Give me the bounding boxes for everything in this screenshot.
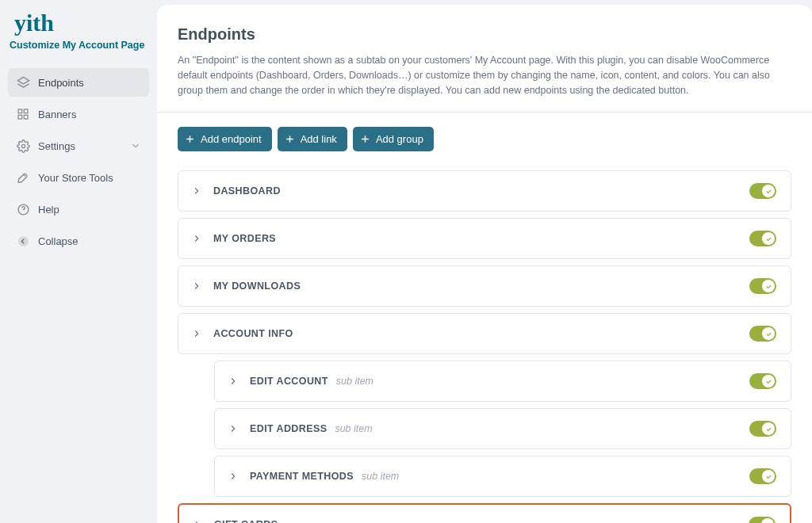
check-icon xyxy=(762,470,775,483)
toggle-switch[interactable] xyxy=(749,278,776,294)
toggle-switch[interactable] xyxy=(749,517,776,523)
endpoint-label: DASHBOARD xyxy=(213,185,281,197)
svg-rect-4 xyxy=(24,115,28,119)
toggle-switch[interactable] xyxy=(749,373,776,389)
page-description: An "Endpoint" is the content shown as a … xyxy=(178,53,791,97)
endpoint-label: EDIT ACCOUNT xyxy=(250,376,328,387)
endpoint-list: DASHBOARD MY ORDERS MY DOWNLOADS ACCOUNT… xyxy=(178,170,791,523)
chevron-right-icon[interactable] xyxy=(188,325,205,342)
chevron-right-icon[interactable] xyxy=(224,420,242,437)
action-row: Add endpoint Add link Add group xyxy=(178,127,791,151)
endpoint-row-sub[interactable]: EDIT ADDRESS sub item xyxy=(214,408,791,449)
add-group-button[interactable]: Add group xyxy=(353,127,434,151)
check-icon xyxy=(762,280,775,292)
check-icon xyxy=(761,518,774,523)
chevron-right-icon[interactable] xyxy=(188,230,205,247)
endpoint-label: ACCOUNT INFO xyxy=(213,328,293,339)
endpoint-row[interactable]: DASHBOARD xyxy=(178,170,791,212)
svg-point-8 xyxy=(18,236,29,246)
sidebar-item-label: Your Store Tools xyxy=(38,172,141,184)
button-label: Add link xyxy=(301,133,337,145)
subitem-tag: sub item xyxy=(335,423,372,434)
collapse-icon xyxy=(16,234,30,248)
add-link-button[interactable]: Add link xyxy=(278,127,347,151)
svg-rect-3 xyxy=(18,115,22,119)
check-icon xyxy=(762,185,775,197)
plus-icon xyxy=(185,134,195,144)
svg-marker-0 xyxy=(17,77,29,84)
layers-icon xyxy=(16,75,30,90)
svg-rect-1 xyxy=(18,109,22,113)
chevron-right-icon[interactable] xyxy=(188,277,205,295)
endpoint-row-sub[interactable]: PAYMENT METHODS sub item xyxy=(214,456,791,497)
endpoint-label: PAYMENT METHODS xyxy=(250,471,354,482)
chevron-right-icon[interactable] xyxy=(224,372,242,390)
sidebar-item-help[interactable]: Help xyxy=(8,195,149,223)
toggle-switch[interactable] xyxy=(749,421,776,437)
sidebar-item-label: Endpoints xyxy=(38,77,141,89)
subitem-tag: sub item xyxy=(336,376,373,387)
endpoint-label: MY ORDERS xyxy=(213,233,276,244)
check-icon xyxy=(762,422,775,435)
endpoint-row[interactable]: MY DOWNLOADS xyxy=(178,265,791,307)
sidebar-item-label: Banners xyxy=(38,109,141,120)
subitem-tag: sub item xyxy=(362,471,399,482)
toggle-switch[interactable] xyxy=(749,183,776,199)
check-icon xyxy=(762,232,775,245)
main-panel: Endpoints An "Endpoint" is the content s… xyxy=(157,5,812,523)
sidebar-item-label: Collapse xyxy=(38,235,141,247)
toggle-switch[interactable] xyxy=(749,468,776,484)
button-label: Add endpoint xyxy=(201,133,262,145)
sidebar-item-endpoints[interactable]: Endpoints xyxy=(8,68,149,97)
endpoint-row-sub[interactable]: EDIT ACCOUNT sub item xyxy=(214,361,791,402)
check-icon xyxy=(762,375,775,387)
page-title: Endpoints xyxy=(178,25,791,44)
chevron-right-icon[interactable] xyxy=(188,182,205,200)
svg-point-5 xyxy=(21,144,25,147)
toggle-switch[interactable] xyxy=(749,326,776,342)
sidebar-nav: Endpoints Banners Settings xyxy=(8,68,149,255)
gear-icon xyxy=(16,139,30,153)
rocket-icon xyxy=(16,170,30,185)
sidebar-item-store-tools[interactable]: Your Store Tools xyxy=(8,163,149,192)
plus-icon xyxy=(360,134,370,144)
grid-icon xyxy=(16,107,30,121)
endpoint-row-gift-cards[interactable]: GIFT CARDS xyxy=(178,503,791,523)
sidebar: yith Customize My Account Page Endpoints… xyxy=(0,0,157,523)
plus-icon xyxy=(285,134,295,144)
sidebar-item-label: Settings xyxy=(38,140,130,152)
sidebar-item-label: Help xyxy=(38,204,141,216)
chevron-down-icon xyxy=(130,140,141,151)
divider xyxy=(157,112,812,113)
endpoint-label: MY DOWNLOADS xyxy=(213,281,301,292)
chevron-right-icon[interactable] xyxy=(224,468,242,485)
toggle-switch[interactable] xyxy=(749,231,776,246)
sidebar-item-collapse[interactable]: Collapse xyxy=(8,227,149,255)
endpoint-row[interactable]: MY ORDERS xyxy=(178,218,791,259)
endpoint-label: EDIT ADDRESS xyxy=(250,423,327,434)
sidebar-item-settings[interactable]: Settings xyxy=(8,132,149,160)
add-endpoint-button[interactable]: Add endpoint xyxy=(178,127,272,151)
sidebar-item-banners[interactable]: Banners xyxy=(8,100,149,128)
check-icon xyxy=(762,327,775,340)
brand-subtitle: Customize My Account Page xyxy=(8,35,149,68)
endpoint-row[interactable]: ACCOUNT INFO xyxy=(178,313,791,354)
svg-rect-2 xyxy=(24,109,28,113)
brand-logo: yith xyxy=(8,11,149,35)
endpoint-label: GIFT CARDS xyxy=(214,519,278,523)
help-icon xyxy=(16,202,30,216)
button-label: Add group xyxy=(376,133,423,145)
chevron-right-icon[interactable] xyxy=(189,516,206,523)
